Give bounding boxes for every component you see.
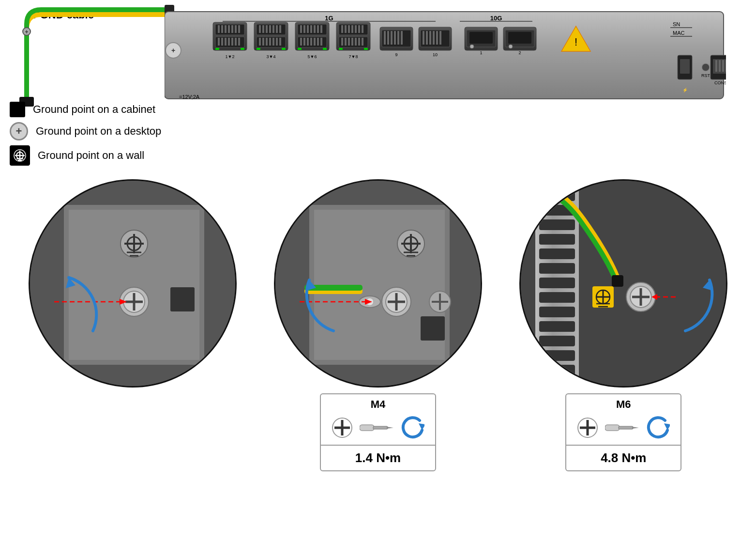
svg-rect-15 [228,25,230,33]
svg-rect-83 [351,38,353,46]
svg-rect-103 [429,31,431,45]
svg-rect-37 [276,25,278,33]
svg-rect-97 [401,31,403,45]
svg-point-129 [702,63,710,71]
svg-rect-117 [508,32,531,44]
legend-item-cabinet: Ground point on a cabinet [10,102,161,117]
svg-rect-136 [726,60,726,72]
svg-rect-96 [397,31,399,45]
legend-item-desktop: + Ground point on a desktop [10,122,161,140]
svg-rect-43 [269,38,271,46]
svg-rect-64 [314,38,316,46]
svg-marker-196 [419,423,424,430]
svg-rect-194 [373,426,388,429]
svg-rect-86 [362,38,363,46]
svg-point-113 [470,45,474,48]
svg-rect-41 [262,38,264,46]
svg-rect-57 [317,25,319,33]
svg-rect-67 [298,48,302,50]
svg-rect-47 [257,48,260,50]
svg-rect-66 [320,38,322,46]
svg-rect-77 [358,25,360,33]
screwdriver-area-3 [577,413,670,443]
svg-rect-101 [423,31,424,45]
legend-label-cabinet: Ground point on a cabinet [33,103,155,116]
svg-rect-4 [165,12,724,99]
svg-rect-44 [272,38,274,46]
svg-rect-75 [351,25,353,33]
step-3-circle: 3 [519,179,727,388]
svg-text:1G: 1G [325,15,333,22]
screwdriver-plus-3 [577,417,598,438]
svg-rect-94 [391,31,393,45]
svg-rect-232 [605,425,620,431]
svg-rect-22 [225,38,227,46]
svg-rect-88 [364,48,368,50]
svg-text:2: 2 [518,50,521,55]
svg-rect-33 [262,25,264,33]
wall-ground-icon [10,145,30,166]
step-3-container: 3 M6 [519,179,727,471]
svg-rect-211 [539,365,575,375]
svg-rect-63 [310,38,312,46]
torque-value-2: 1.4 N•m [355,446,401,470]
svg-rect-62 [307,38,309,46]
svg-rect-104 [433,31,435,45]
svg-rect-193 [360,425,374,431]
svg-rect-25 [235,38,237,46]
svg-rect-21 [221,38,223,46]
svg-text:+: + [25,29,28,35]
svg-text:SN: SN [673,21,680,27]
svg-rect-93 [387,31,389,45]
step-2-container: 2 M4 [274,179,482,471]
svg-rect-38 [279,25,281,33]
svg-rect-112 [469,32,493,44]
rotate-arrow-3 [646,416,670,440]
svg-rect-48 [282,48,286,50]
step-2-torque-box: M4 [320,393,436,471]
torque-bolt-size-3: M6 [616,398,631,411]
svg-rect-78 [362,25,363,33]
svg-rect-85 [358,38,360,46]
svg-rect-53 [303,25,305,33]
steps-row: 1 [0,179,756,471]
torque-value-3: 4.8 N•m [601,446,646,470]
svg-text:9: 9 [395,52,397,57]
svg-rect-80 [341,38,343,46]
svg-rect-56 [314,25,316,33]
legend-label-desktop: Ground point on a desktop [36,125,161,138]
svg-text:1▼2: 1▼2 [226,54,235,59]
svg-rect-52 [300,25,302,33]
svg-rect-18 [238,25,240,33]
desktop-ground-icon: + [10,122,28,140]
svg-rect-81 [345,38,347,46]
svg-rect-40 [259,38,261,46]
svg-text:5▼6: 5▼6 [308,54,317,59]
svg-rect-74 [348,25,350,33]
svg-rect-60 [300,38,302,46]
svg-text:2: 2 [292,193,299,208]
svg-rect-209 [539,336,575,346]
svg-rect-35 [269,25,271,33]
svg-rect-58 [320,25,322,33]
svg-rect-105 [436,31,438,45]
step-2-circle: 2 [274,179,482,388]
svg-text:!: ! [575,36,577,48]
svg-rect-17 [235,25,237,33]
cabinet-ground-icon [10,102,25,117]
screwdriver-plus-2 [332,417,353,438]
device-svg: =12V;2A + 1G 1▼2 [165,7,726,104]
svg-rect-46 [279,38,281,46]
legend: Ground point on a cabinet + Ground point… [10,102,161,166]
step-1-container: 1 [29,179,237,388]
svg-marker-234 [632,427,639,429]
svg-rect-102 [426,31,428,45]
svg-rect-36 [272,25,274,33]
svg-rect-73 [345,25,347,33]
svg-rect-204 [539,263,575,274]
step-1-circle: 1 [29,179,237,388]
screwdriver-icon-2 [360,417,393,438]
svg-rect-76 [355,25,357,33]
svg-rect-54 [307,25,309,33]
svg-marker-235 [664,423,670,430]
